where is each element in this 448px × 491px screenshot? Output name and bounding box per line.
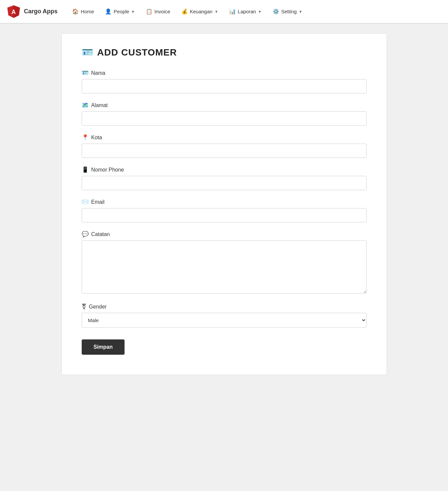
label-nama-text: Nama <box>91 70 106 76</box>
nama-input[interactable] <box>82 79 367 93</box>
label-email: ✉️ Email <box>82 198 367 205</box>
form-group-alamat: 🗺️ Alamat <box>82 102 367 126</box>
label-email-text: Email <box>91 199 105 205</box>
label-catatan-text: Catatan <box>91 231 110 237</box>
laporan-icon: 📊 <box>229 8 236 15</box>
label-gender-text: Gender <box>89 304 107 310</box>
keuangan-dropdown-arrow: ▼ <box>215 10 218 14</box>
label-gender: ⚧ Gender <box>82 303 367 310</box>
kota-icon: 📍 <box>82 134 89 141</box>
label-kota-text: Kota <box>91 135 102 141</box>
simpan-button[interactable]: Simpan <box>82 339 125 355</box>
nav-label-keuangan: Keuangan <box>190 9 213 14</box>
label-phone: 📱 Nomor Phone <box>82 166 367 173</box>
nav-link-laporan[interactable]: 📊 Laporan ▼ <box>224 6 266 17</box>
people-icon: 👤 <box>105 8 112 15</box>
nav-item-laporan[interactable]: 📊 Laporan ▼ <box>224 6 266 17</box>
alamat-input[interactable] <box>82 111 367 126</box>
nav-label-setting: Setting <box>281 9 297 14</box>
brand-link[interactable]: A Cargo Apps <box>7 5 57 19</box>
navbar: A Cargo Apps 🏠 Home 👤 People ▼ 📋 Invoice <box>0 0 448 23</box>
nav-link-setting[interactable]: ⚙️ Setting ▼ <box>268 6 307 17</box>
nav-label-home: Home <box>81 9 94 14</box>
email-icon: ✉️ <box>82 198 89 205</box>
nav-label-invoice: Invoice <box>154 9 170 14</box>
form-group-email: ✉️ Email <box>82 198 367 222</box>
alamat-icon: 🗺️ <box>82 102 89 109</box>
nav-label-laporan: Laporan <box>238 9 256 14</box>
laporan-dropdown-arrow: ▼ <box>258 10 262 14</box>
home-icon: 🏠 <box>72 8 79 15</box>
label-catatan: 💬 Catatan <box>82 231 367 238</box>
kota-input[interactable] <box>82 144 367 158</box>
label-phone-text: Nomor Phone <box>91 167 124 173</box>
svg-text:A: A <box>12 9 16 15</box>
nama-icon: 🪪 <box>82 69 89 76</box>
nav-item-home[interactable]: 🏠 Home <box>67 6 99 17</box>
gender-icon: ⚧ <box>82 303 86 310</box>
catatan-textarea[interactable] <box>82 240 367 294</box>
form-group-kota: 📍 Kota <box>82 134 367 158</box>
invoice-icon: 📋 <box>146 8 152 15</box>
gender-select[interactable]: Male Female <box>82 313 367 328</box>
nav-link-keuangan[interactable]: 💰 Keuangan ▼ <box>177 6 223 17</box>
brand-name: Cargo Apps <box>24 8 57 15</box>
nav-item-people[interactable]: 👤 People ▼ <box>100 6 139 17</box>
setting-icon: ⚙️ <box>273 8 279 15</box>
email-input[interactable] <box>82 208 367 222</box>
form-group-phone: 📱 Nomor Phone <box>82 166 367 190</box>
keuangan-icon: 💰 <box>181 8 188 15</box>
nav-item-invoice[interactable]: 📋 Invoice <box>141 6 175 17</box>
nav-link-home[interactable]: 🏠 Home <box>67 6 99 17</box>
phone-input[interactable] <box>82 176 367 190</box>
label-nama: 🪪 Nama <box>82 69 367 76</box>
nav-item-keuangan[interactable]: 💰 Keuangan ▼ <box>177 6 223 17</box>
label-alamat-text: Alamat <box>91 102 108 108</box>
form-group-gender: ⚧ Gender Male Female <box>82 303 367 328</box>
nav-menu: 🏠 Home 👤 People ▼ 📋 Invoice 💰 Keuangan ▼ <box>67 6 307 17</box>
people-dropdown-arrow: ▼ <box>131 10 135 14</box>
add-customer-form: 🪪 Nama 🗺️ Alamat 📍 Kota 📱 Nom <box>82 69 367 355</box>
nav-label-people: People <box>114 9 129 14</box>
main-container: 🪪 ADD CUSTOMER 🪪 Nama 🗺️ Alamat 📍 Kota <box>61 33 387 375</box>
label-alamat: 🗺️ Alamat <box>82 102 367 109</box>
nav-link-people[interactable]: 👤 People ▼ <box>100 6 139 17</box>
label-kota: 📍 Kota <box>82 134 367 141</box>
brand-logo-icon: A <box>7 5 21 19</box>
catatan-icon: 💬 <box>82 231 89 238</box>
nav-link-invoice[interactable]: 📋 Invoice <box>141 6 175 17</box>
nav-item-setting[interactable]: ⚙️ Setting ▼ <box>268 6 307 17</box>
form-group-nama: 🪪 Nama <box>82 69 367 93</box>
setting-dropdown-arrow: ▼ <box>299 10 302 14</box>
page-title-icon: 🪪 <box>82 47 93 58</box>
page-title: ADD CUSTOMER <box>97 47 177 58</box>
page-title-container: 🪪 ADD CUSTOMER <box>82 47 367 58</box>
form-group-catatan: 💬 Catatan <box>82 231 367 295</box>
phone-icon: 📱 <box>82 166 89 173</box>
